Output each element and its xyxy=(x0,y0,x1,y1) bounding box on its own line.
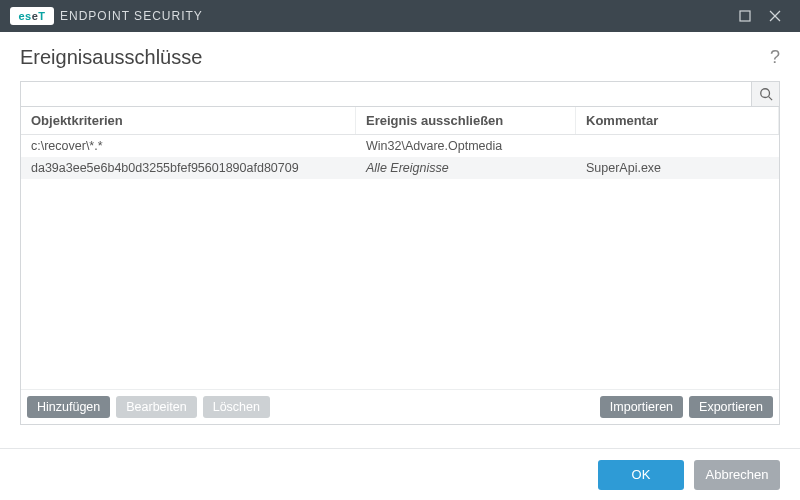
export-button[interactable]: Exportieren xyxy=(689,396,773,418)
close-button[interactable] xyxy=(760,0,790,32)
table-toolbar: Hinzufügen Bearbeiten Löschen Importiere… xyxy=(21,389,779,424)
table-row[interactable]: da39a3ee5e6b4b0d3255bfef95601890afd80709… xyxy=(21,157,779,179)
minimize-button[interactable] xyxy=(730,0,760,32)
add-button[interactable]: Hinzufügen xyxy=(27,396,110,418)
table-header: Objektkriterien Ereignis ausschließen Ko… xyxy=(21,107,779,135)
search-icon xyxy=(759,87,773,101)
cell-comment xyxy=(576,144,779,148)
brand-text: ENDPOINT SECURITY xyxy=(60,9,203,23)
cell-criteria: c:\recover\*.* xyxy=(21,137,356,155)
search-input[interactable] xyxy=(21,82,751,106)
svg-rect-0 xyxy=(740,11,750,21)
search-button[interactable] xyxy=(751,82,779,106)
cell-event: Alle Ereignisse xyxy=(356,159,576,177)
cell-criteria: da39a3ee5e6b4b0d3255bfef95601890afd80709 xyxy=(21,159,356,177)
svg-point-3 xyxy=(760,89,769,98)
col-object-criteria[interactable]: Objektkriterien xyxy=(21,107,356,134)
eset-logo-icon: eseT xyxy=(10,7,54,25)
exclusions-table: Objektkriterien Ereignis ausschließen Ko… xyxy=(20,107,780,425)
col-exclude-event[interactable]: Ereignis ausschließen xyxy=(356,107,576,134)
svg-line-4 xyxy=(768,97,772,101)
cell-event: Win32\Advare.Optmedia xyxy=(356,137,576,155)
search-row xyxy=(20,81,780,107)
window-maximize-icon xyxy=(739,10,751,22)
dialog-footer: OK Abbrechen xyxy=(0,448,800,500)
delete-button[interactable]: Löschen xyxy=(203,396,270,418)
page-header: Ereignisausschlüsse ? xyxy=(0,32,800,81)
col-comment[interactable]: Kommentar xyxy=(576,107,779,134)
brand-logo: eseT ENDPOINT SECURITY xyxy=(10,7,203,25)
page-title: Ereignisausschlüsse xyxy=(20,46,202,69)
titlebar: eseT ENDPOINT SECURITY xyxy=(0,0,800,32)
table-row[interactable]: c:\recover\*.* Win32\Advare.Optmedia xyxy=(21,135,779,157)
import-button[interactable]: Importieren xyxy=(600,396,683,418)
close-icon xyxy=(769,10,781,22)
ok-button[interactable]: OK xyxy=(598,460,684,490)
cell-comment: SuperApi.exe xyxy=(576,159,779,177)
cancel-button[interactable]: Abbrechen xyxy=(694,460,780,490)
help-icon[interactable]: ? xyxy=(770,47,780,68)
table-body: c:\recover\*.* Win32\Advare.Optmedia da3… xyxy=(21,135,779,389)
edit-button[interactable]: Bearbeiten xyxy=(116,396,196,418)
